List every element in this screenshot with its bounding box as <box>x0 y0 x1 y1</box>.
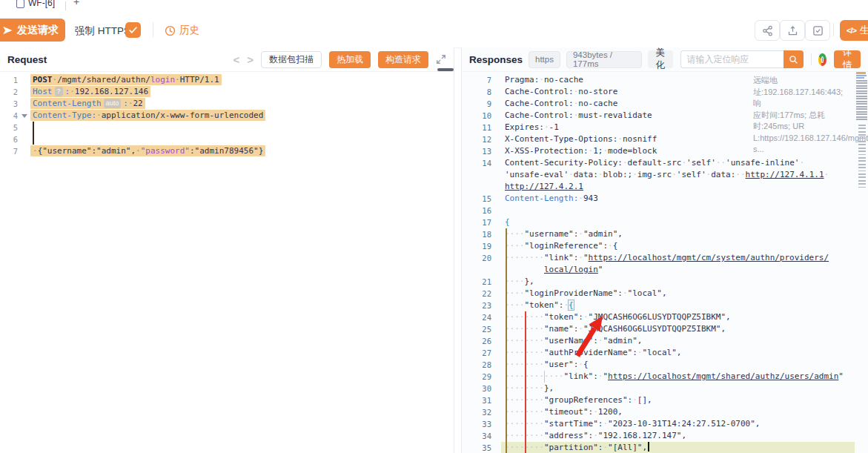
response-panel: Responses https 943bytes / 177ms 美化 详情 远… <box>461 47 868 453</box>
build-request-button[interactable]: 构造请求 <box>378 51 428 68</box>
hot-reload-button[interactable]: 热加载 <box>329 51 371 68</box>
history-button[interactable]: 历史 <box>165 24 199 37</box>
minimap[interactable] <box>856 72 867 231</box>
expand-icon[interactable] <box>436 54 446 65</box>
info-line: L:https://192.168.127.146/mgmt/ <box>753 133 852 145</box>
code-row: 34········"address":·"192.168.127.147", <box>462 430 868 442</box>
share-button[interactable] <box>755 20 780 41</box>
history-next-button[interactable]: > <box>247 54 254 65</box>
code-row: 26········"userName":·"admin", <box>462 335 868 347</box>
code-row: 33········"startTime":·"2023-10-31T14:24… <box>462 418 868 430</box>
search-input[interactable] <box>680 50 783 68</box>
toolbar-divider <box>153 22 153 37</box>
tab-wf6[interactable]: WF-[6] <box>16 0 55 11</box>
response-editor[interactable]: 远端地址:192.168.127.146:443; 响应时间:177ms; 总耗… <box>462 71 868 453</box>
code-row: 29············"link":·"https://localhost… <box>462 371 868 383</box>
code-row: 27········"authProviderName":·"local", <box>462 347 868 359</box>
search-button[interactable] <box>783 50 804 68</box>
minimap-block <box>856 80 867 122</box>
red-annotation-arrow <box>568 310 609 360</box>
edit-button[interactable] <box>805 20 830 41</box>
packet-scan-button[interactable]: 数据包扫描 <box>261 51 322 68</box>
send-request-button[interactable]: 发送请求 <box>0 19 65 42</box>
code-row: 23····"token":·{ <box>462 300 868 311</box>
edit-check-icon <box>812 25 824 36</box>
code-row: 28········"user":·{ <box>462 359 868 371</box>
code-row: 25········"name":·"JMQCASH6OG6LUSYDTQQPZ… <box>462 323 868 335</box>
code-row: 20········"link":·"https://localhost/mgm… <box>462 252 868 264</box>
code-row: 16 <box>462 205 868 216</box>
response-search <box>680 50 804 68</box>
request-editor[interactable]: 1POST·/mgmt/shared/authn/login·HTTP/1.12… <box>0 71 454 453</box>
generate-code-button[interactable]: </> 生成代码 <box>840 20 868 41</box>
code-row: 6 <box>0 133 454 145</box>
share-icon <box>762 25 773 36</box>
code-row: 32········"timeout":·1200, <box>462 406 868 418</box>
info-line: 远端地址:192.168.127.146:443; 响 <box>753 75 852 110</box>
code-icon: </> <box>847 26 856 35</box>
code-row: 19····"loginReference":·{ <box>462 240 868 252</box>
code-row: local/login" <box>462 264 868 276</box>
response-panel-header: Responses https 943bytes / 177ms 美化 详情 <box>462 47 868 72</box>
code-row: 17{ <box>462 216 868 228</box>
header-divider <box>811 53 812 65</box>
send-icon <box>2 25 13 36</box>
new-tab-button[interactable]: + <box>73 0 79 7</box>
beautify-button[interactable]: 美化 <box>648 50 673 68</box>
force-https-checkbox[interactable] <box>125 22 141 38</box>
info-line: 应时间:177ms; 总耗时:245ms; UR <box>753 110 852 133</box>
chrome-icon[interactable] <box>818 53 826 66</box>
code-row: 3Content-Lengthauto:·22 <box>0 98 454 110</box>
response-title: Responses <box>469 54 523 65</box>
code-row: 7·{"username":"admin",·"password":"admin… <box>0 145 454 157</box>
code-row: http://127.4.2.1 <box>462 181 868 193</box>
details-button[interactable]: 详情 <box>834 50 861 68</box>
request-panel: Request < > 数据包扫描 热加载 构造请求 1POST·/mgmt/s… <box>0 47 454 453</box>
request-title: Request <box>7 54 47 65</box>
export-button[interactable] <box>780 20 805 41</box>
indent-guide-level3 <box>544 371 545 383</box>
code-row: 22····"loginProviderName":·"local", <box>462 288 868 300</box>
search-icon <box>789 55 798 65</box>
code-row: 30········}, <box>462 383 868 394</box>
toolbar-divider-2 <box>833 23 834 36</box>
code-row: 'unsafe-eval'·data:·blob:;·img-src·'self… <box>462 169 868 181</box>
indent-guide <box>33 122 34 145</box>
minimap-line <box>856 77 864 79</box>
minimap-line <box>856 75 867 76</box>
tab-label: WF-[6] <box>28 0 55 8</box>
size-time-badge: 943bytes / 177ms <box>566 51 642 68</box>
history-prev-button[interactable]: < <box>233 54 239 65</box>
export-icon <box>787 25 798 36</box>
code-row: 1POST·/mgmt/shared/authn/login·HTTP/1.1 <box>0 74 454 86</box>
code-row: 15Content-Length:·943 <box>462 193 868 205</box>
document-icon <box>16 0 24 8</box>
indent-guide-level2 <box>525 311 526 453</box>
code-row: 5 <box>0 122 454 133</box>
toolbar: 发送请求 强制 HTTPS 历史 </> 生成代码 <box>0 11 868 48</box>
request-panel-header: Request < > 数据包扫描 热加载 构造请求 <box>0 47 454 72</box>
minimap-block <box>858 125 866 190</box>
check-icon <box>128 25 138 35</box>
code-row: 18····"username":·"admin", <box>462 228 868 240</box>
info-line: s... <box>753 144 852 156</box>
tab-bar: WF-[6] + <box>0 0 868 12</box>
code-row: 14Content-Security-Policy:·default-src·'… <box>462 157 868 169</box>
response-info-overlay: 远端地址:192.168.127.146:443; 响应时间:177ms; 总耗… <box>753 75 852 156</box>
code-row: 31········"groupReferences":·[], <box>462 394 868 406</box>
code-row: 4Content-Type:·application/x-www-form-ur… <box>0 110 454 122</box>
protocol-badge: https <box>529 51 560 68</box>
tab-separator <box>65 1 66 10</box>
indent-guide-level1 <box>506 228 507 453</box>
code-row: 35········"partition":·"[All]", <box>462 442 868 453</box>
code-row: 24········"token":·"JMQCASH6OG6LUSYDTQQP… <box>462 311 868 323</box>
minimap-line <box>856 72 866 74</box>
code-row: 2Host?:·192.168.127.146 <box>0 86 454 98</box>
code-row: 21····}, <box>462 276 868 288</box>
request-code-rows: 1POST·/mgmt/shared/authn/login·HTTP/1.12… <box>0 71 454 157</box>
force-https-label: 强制 HTTPS <box>75 24 130 38</box>
clock-icon <box>165 25 176 36</box>
